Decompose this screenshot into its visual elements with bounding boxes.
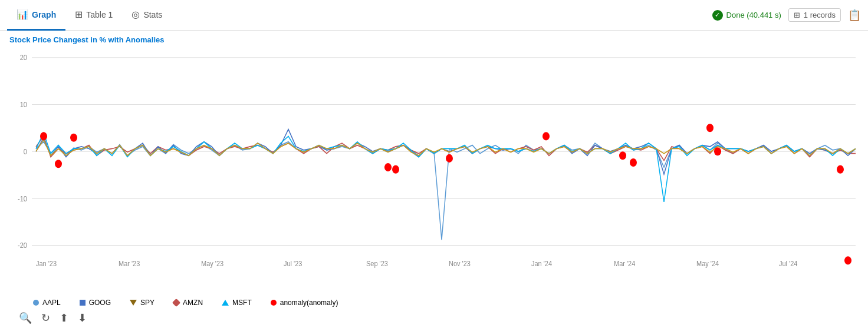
legend-goog: GOOG bbox=[80, 299, 111, 307]
done-badge: ✓ Done (40.441 s) bbox=[712, 10, 781, 21]
anomaly-dot-7 bbox=[542, 132, 550, 140]
svg-text:Mar '24: Mar '24 bbox=[614, 259, 636, 268]
done-label: Done (40.441 s) bbox=[726, 11, 781, 19]
records-badge: ⊞ 1 records bbox=[788, 8, 841, 22]
legend-msft: MSFT bbox=[222, 299, 252, 307]
svg-text:10: 10 bbox=[20, 100, 28, 109]
anomaly-dot-10 bbox=[706, 124, 714, 132]
svg-text:0: 0 bbox=[24, 147, 27, 156]
aapl-label: AAPL bbox=[42, 299, 61, 307]
chart-title: Stock Price Changest in % with Anomalies bbox=[9, 35, 859, 44]
spy-triangle bbox=[130, 300, 137, 306]
legend-spy: SPY bbox=[130, 299, 154, 307]
refresh-button[interactable]: ↻ bbox=[41, 312, 50, 324]
svg-text:Jul '24: Jul '24 bbox=[779, 259, 798, 268]
anomaly-dot-legend bbox=[271, 300, 277, 306]
svg-text:Jul '23: Jul '23 bbox=[284, 259, 303, 268]
anomaly-dot-11 bbox=[714, 147, 721, 155]
search-button[interactable]: 🔍 bbox=[19, 312, 32, 324]
svg-text:Sep '23: Sep '23 bbox=[366, 259, 388, 268]
anomaly-dot-4 bbox=[384, 163, 392, 171]
svg-text:20: 20 bbox=[20, 54, 28, 62]
legend-area: AAPL GOOG SPY AMZN MSFT anomaly(anomaly) bbox=[9, 295, 859, 309]
msft-label: MSFT bbox=[232, 299, 252, 307]
records-label: 1 records bbox=[804, 11, 836, 19]
anomaly-dot-9 bbox=[630, 158, 637, 167]
tab-graph[interactable]: 📊 Graph bbox=[7, 1, 65, 31]
toolbar: 🔍 ↻ ⬆ ⬇ bbox=[9, 309, 859, 328]
amzn-dot bbox=[172, 299, 180, 307]
tab-table1-label: Table 1 bbox=[86, 10, 113, 19]
anomaly-dot-13 bbox=[844, 256, 851, 264]
chart-container: Stock Price Changest in % with Anomalies… bbox=[0, 31, 868, 328]
svg-text:Nov '23: Nov '23 bbox=[449, 259, 471, 268]
top-right-area: ✓ Done (40.441 s) ⊞ 1 records 📋 bbox=[712, 8, 861, 22]
anomaly-label: anomaly(anomaly) bbox=[280, 299, 338, 307]
spy-label: SPY bbox=[140, 299, 154, 307]
tab-stats[interactable]: ◎ Stats bbox=[122, 1, 172, 31]
svg-text:May '24: May '24 bbox=[696, 259, 719, 268]
svg-text:May '23: May '23 bbox=[201, 259, 223, 268]
legend-anomaly: anomaly(anomaly) bbox=[271, 299, 338, 307]
chart-area: 20 10 0 -10 -20 Jan '23 Mar '23 May '23 … bbox=[9, 47, 859, 295]
goog-square bbox=[80, 300, 86, 306]
clipboard-button[interactable]: 📋 bbox=[848, 9, 861, 22]
tab-table1[interactable]: ⊞ Table 1 bbox=[65, 1, 122, 31]
anomaly-dot-1 bbox=[40, 132, 47, 140]
tab-graph-label: Graph bbox=[32, 10, 56, 19]
svg-text:-20: -20 bbox=[18, 241, 27, 250]
main-chart-svg: 20 10 0 -10 -20 Jan '23 Mar '23 May '23 … bbox=[9, 47, 859, 295]
anomaly-dot-6 bbox=[446, 154, 453, 163]
svg-text:Mar '23: Mar '23 bbox=[119, 259, 140, 268]
legend-amzn: AMZN bbox=[173, 299, 203, 307]
anomaly-dot-5 bbox=[392, 165, 399, 174]
goog-label: GOOG bbox=[89, 299, 111, 307]
anomaly-dot-12 bbox=[837, 165, 844, 174]
aapl-dot bbox=[33, 300, 39, 306]
aapl-line bbox=[36, 142, 856, 240]
msft-triangle bbox=[222, 300, 229, 306]
table-icon: ⊞ bbox=[75, 9, 83, 20]
graph-icon: 📊 bbox=[17, 9, 28, 20]
anomaly-dot-2 bbox=[55, 160, 62, 168]
download-button[interactable]: ⬇ bbox=[78, 312, 87, 324]
svg-text:Jan '24: Jan '24 bbox=[531, 259, 552, 268]
anomaly-dot-3 bbox=[70, 134, 77, 142]
records-icon: ⊞ bbox=[794, 11, 800, 19]
svg-text:Jan '23: Jan '23 bbox=[36, 259, 57, 268]
done-icon: ✓ bbox=[712, 10, 723, 21]
stats-icon: ◎ bbox=[131, 9, 140, 20]
legend-aapl: AAPL bbox=[33, 299, 61, 307]
amzn-label: AMZN bbox=[183, 299, 203, 307]
svg-text:-10: -10 bbox=[18, 194, 27, 203]
export-button[interactable]: ⬆ bbox=[60, 312, 68, 324]
tab-stats-label: Stats bbox=[143, 10, 162, 19]
anomaly-dot-8 bbox=[619, 151, 626, 160]
top-bar: 📊 Graph ⊞ Table 1 ◎ Stats ✓ Done (40.441… bbox=[0, 0, 868, 31]
